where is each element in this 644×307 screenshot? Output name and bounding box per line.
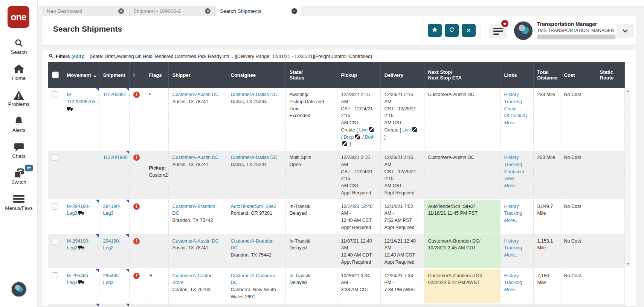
sidebar-item-problems[interactable]: Problems: [0, 89, 38, 107]
one-logo[interactable]: one: [8, 6, 29, 28]
consignee-link[interactable]: CustomerA-Brandon DC: [231, 238, 274, 251]
shipment-link[interactable]: 112200987...: [103, 92, 130, 97]
datetime-text: 7:52 AM PST: [385, 217, 420, 224]
shipment-link[interactable]: Leg3: [103, 280, 114, 285]
sidebar-item-alerts[interactable]: Alerts: [0, 115, 38, 133]
row-link[interactable]: History: [504, 203, 530, 210]
close-button[interactable]: ×: [462, 24, 476, 37]
tab-close-icon[interactable]: ×: [118, 8, 124, 14]
consignee-link[interactable]: CustomerA-Dallas DC: [231, 155, 277, 160]
shipments-table: Movement▲Shipment!FlagsShipperConsigneeS…: [48, 62, 625, 306]
sort-asc-icon[interactable]: ▲: [93, 74, 97, 78]
shipper-link[interactable]: CustomerA-Brandon DC: [172, 204, 215, 216]
shipper-link[interactable]: CustomerA-Austin DC: [172, 92, 219, 97]
select-all-checkbox[interactable]: [52, 72, 59, 78]
refresh-button[interactable]: [445, 24, 459, 37]
datetime-text: Appt Required: [385, 259, 420, 266]
movement-link[interactable]: M-: [67, 92, 73, 97]
tab-shipment-109002-2[interactable]: Shipment - 109002-2 ×: [129, 6, 215, 16]
consignee-link[interactable]: CustomerA-Dallas DC: [231, 92, 277, 97]
cell-alert: !: [129, 88, 145, 150]
movement-link[interactable]: Leg3: [67, 280, 78, 285]
movement-link[interactable]: 11220098765...: [67, 99, 99, 104]
row-link[interactable]: Container: [504, 168, 530, 176]
tab-search-shipments[interactable]: Search Shipments ×: [216, 6, 301, 17]
row-link[interactable]: More...: [504, 217, 530, 224]
shipment-link[interactable]: 294190-: [103, 238, 121, 244]
alert-icon[interactable]: !: [133, 238, 140, 244]
calendar-icon[interactable]: [369, 127, 374, 132]
sidebar-item-menus-favs[interactable]: Menus/Favs: [0, 193, 38, 211]
row-link[interactable]: More...: [504, 119, 530, 127]
tab-neo-dashboard[interactable]: Neo Dashboard ×: [43, 6, 128, 16]
sidebar-item-search[interactable]: Search: [0, 37, 38, 55]
row-link[interactable]: History: [504, 91, 530, 98]
create-drop-link[interactable]: Drop: [343, 134, 354, 140]
movement-link[interactable]: M-295465-: [67, 273, 90, 278]
cell-static-route: [596, 269, 624, 303]
row-checkbox[interactable]: [52, 238, 58, 244]
sidebar-item-chats[interactable]: Chats: [0, 141, 38, 159]
row-link[interactable]: Tracking Chain: [504, 98, 530, 113]
consignee-link[interactable]: CustomerA-Canberra DC: [231, 273, 276, 286]
filters-edit-link[interactable]: (edit): [72, 54, 83, 59]
calendar-icon[interactable]: [412, 127, 417, 132]
movement-link[interactable]: M-294190-: [67, 238, 90, 244]
row-link[interactable]: History: [504, 154, 530, 161]
datetime-text: 12:40 AM CDT: [341, 252, 377, 259]
row-link[interactable]: History: [504, 238, 530, 245]
sidebar-item-home[interactable]: Home: [0, 63, 38, 81]
scroll-up-icon[interactable]: ▲: [625, 89, 631, 93]
tab-close-icon[interactable]: ×: [205, 8, 211, 14]
row-link[interactable]: Tracking: [504, 279, 530, 286]
row-link[interactable]: More...: [504, 252, 530, 259]
movement-link[interactable]: Leg3: [67, 211, 78, 216]
consignee-link[interactable]: AutoTenderSch_Site2: [231, 204, 276, 209]
cell-total-distance: 1,153.1 Mile: [533, 234, 560, 269]
shipment-link[interactable]: 294190-: [103, 204, 121, 209]
user-menu-button[interactable]: [617, 24, 634, 38]
alert-icon[interactable]: !: [133, 92, 140, 98]
shipment-link[interactable]: 11220/1800: [103, 155, 128, 160]
address-text: Dallas, TX 75244: [231, 161, 282, 168]
cell-static-route: [596, 199, 624, 234]
alert-icon[interactable]: !: [133, 154, 140, 161]
row-link[interactable]: Tracking: [504, 244, 530, 252]
shipper-link[interactable]: CustomerA-Austin DC: [172, 155, 219, 160]
alert-icon[interactable]: !: [133, 273, 140, 279]
row-link[interactable]: View More...: [504, 175, 530, 189]
shipper-link[interactable]: CustomerA-Austin DC: [172, 238, 219, 244]
user-avatar[interactable]: [514, 21, 533, 40]
cell-select: [48, 199, 63, 234]
row-link[interactable]: Tracking: [504, 210, 530, 217]
sidebar-item-switch[interactable]: ⇄ Switch: [0, 167, 38, 185]
calendar-icon[interactable]: [342, 141, 347, 146]
create-live-link[interactable]: Live: [359, 127, 368, 133]
shipment-link[interactable]: Leg3: [103, 211, 114, 216]
scroll-down-icon[interactable]: ▼: [625, 262, 631, 266]
row-link[interactable]: More...: [504, 286, 530, 293]
movement-link[interactable]: Leg2: [67, 245, 78, 250]
shipment-link[interactable]: Leg2: [103, 245, 114, 250]
favorite-button[interactable]: [428, 24, 442, 37]
calendar-icon[interactable]: [355, 134, 360, 139]
alert-icon[interactable]: !: [133, 203, 140, 210]
row-link[interactable]: Tracking: [504, 161, 530, 168]
row-checkbox[interactable]: [52, 154, 58, 161]
movement-link[interactable]: M-294190-: [67, 204, 90, 209]
create-both-link[interactable]: Both: [365, 134, 375, 140]
sidebar-avatar[interactable]: [11, 281, 27, 297]
row-link[interactable]: History: [504, 272, 530, 280]
shipment-link[interactable]: 295465-: [103, 273, 121, 278]
table-header-row: Movement▲Shipment!FlagsShipperConsigneeS…: [48, 62, 624, 88]
cell-select: [48, 88, 63, 150]
create-live-link[interactable]: Live: [402, 127, 411, 133]
table-row: M-11220098765...112200987...!*CustomerA-…: [48, 88, 624, 150]
row-link[interactable]: Of Custody: [504, 112, 530, 119]
shipper-link[interactable]: CustomerA-Canton Store: [172, 273, 213, 286]
tab-close-icon[interactable]: ×: [291, 8, 297, 14]
vertical-scrollbar[interactable]: ▲ ▼: [625, 88, 631, 267]
row-checkbox[interactable]: [52, 91, 58, 98]
row-checkbox[interactable]: [52, 272, 58, 279]
row-checkbox[interactable]: [52, 203, 58, 210]
